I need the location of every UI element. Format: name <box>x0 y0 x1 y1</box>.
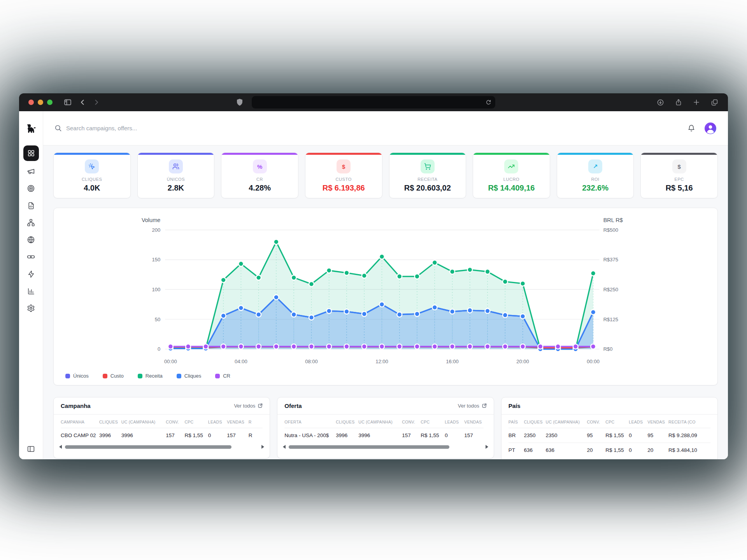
sidebar-item-reports[interactable] <box>23 284 39 298</box>
svg-text:R$125: R$125 <box>603 317 618 322</box>
kpi-label: RECEITA <box>389 177 466 182</box>
sidebar-item-offers[interactable] <box>23 182 39 195</box>
legend-label: Receita <box>146 373 163 379</box>
privacy-shield-icon[interactable] <box>237 98 243 108</box>
kpi-value: 4.28% <box>221 184 298 192</box>
kpi-card-lucro[interactable]: LUCROR$ 14.409,16 <box>473 152 550 198</box>
sidebar-item-automations[interactable] <box>23 267 39 281</box>
column-header: VENDAS <box>464 415 484 428</box>
collapse-sidebar-icon[interactable] <box>27 445 35 459</box>
sidebar-item-campaigns[interactable] <box>23 164 39 178</box>
legend-item-receita[interactable]: Receita <box>138 373 163 379</box>
table-scroll-area[interactable]: CAMPANHACLIQUESUC (CAMPANHA)CONV.CPCLEAD… <box>54 415 270 443</box>
table-row[interactable]: Nutra - USA - 200$39963996157R$ 1,550157 <box>284 428 484 443</box>
ver-todos-label: Ver todos <box>234 403 255 409</box>
horizontal-scrollbar[interactable] <box>277 443 493 449</box>
scroll-right-icon[interactable] <box>486 445 488 449</box>
column-header: UC (CAMPANHA) <box>121 415 166 428</box>
table-cell: R$ 1,55 <box>605 443 629 458</box>
app-root: CLIQUES4.0KÚNICOS2.8K%CR4.28%$CUSTOR$ 6.… <box>19 111 728 459</box>
tab-overview-icon[interactable] <box>711 99 718 106</box>
time-series-chart[interactable]: 0R$050R$125100R$250150R$375200R$500Volum… <box>54 213 717 371</box>
ver-todos-link[interactable]: Ver todos <box>458 403 487 409</box>
ver-todos-link[interactable]: Ver todos <box>234 403 263 409</box>
table-cell: CBO CAMP 02 <box>61 428 99 443</box>
zoom-window-button[interactable] <box>47 100 53 105</box>
scroll-right-icon[interactable] <box>261 445 264 449</box>
scrollbar-thumb[interactable] <box>65 445 231 449</box>
svg-text:12:00: 12:00 <box>375 359 388 364</box>
summary-tables-row: CampanhaVer todosCAMPANHACLIQUESUC (CAMP… <box>53 397 718 459</box>
kpi-value: R$ 6.193,86 <box>305 184 382 192</box>
close-window-button[interactable] <box>28 100 34 105</box>
scrollbar-track[interactable] <box>65 445 258 449</box>
legend-item-cr[interactable]: CR <box>215 373 230 379</box>
scroll-left-icon[interactable] <box>283 445 286 449</box>
horizontal-scrollbar[interactable] <box>54 443 270 449</box>
table-row[interactable]: BR2350235095R$ 1,55095R$ 9.288,09 <box>509 428 710 443</box>
address-bar[interactable] <box>252 96 495 108</box>
kpi-label: CLIQUES <box>54 177 130 182</box>
table-cell: 20 <box>587 443 605 458</box>
new-tab-icon[interactable] <box>693 99 700 105</box>
minimize-window-button[interactable] <box>38 100 43 105</box>
url-input[interactable] <box>256 100 486 105</box>
column-header: CPC <box>184 415 208 428</box>
global-search[interactable] <box>55 125 687 131</box>
kpi-label: LUCRO <box>473 177 550 182</box>
forward-icon[interactable] <box>94 99 99 105</box>
reload-icon[interactable] <box>486 100 491 105</box>
legend-item-únicos[interactable]: Únicos <box>65 373 89 379</box>
globe-icon <box>27 236 35 244</box>
user-avatar[interactable] <box>705 122 716 134</box>
legend-item-cliques[interactable]: Cliques <box>177 373 201 379</box>
sidebar-item-landers[interactable] <box>23 199 39 212</box>
sidebar-item-links[interactable] <box>23 250 39 264</box>
kpi-card-cliques[interactable]: CLIQUES4.0K <box>53 152 131 198</box>
kpi-row: CLIQUES4.0KÚNICOS2.8K%CR4.28%$CUSTOR$ 6.… <box>53 152 718 198</box>
kpi-card-custo[interactable]: $CUSTOR$ 6.193,86 <box>305 152 382 198</box>
svg-text:04:00: 04:00 <box>235 359 247 364</box>
share-icon[interactable] <box>675 99 682 106</box>
kpi-label: EPC <box>641 177 717 182</box>
kpi-accent-bar <box>473 153 550 155</box>
target-icon <box>27 184 35 192</box>
sidebar-item-settings[interactable] <box>23 301 39 315</box>
sidebar-item-dashboard[interactable] <box>23 145 39 161</box>
table-row[interactable]: PT63663620R$ 1,55020R$ 3.484,10 <box>509 443 710 458</box>
table-scroll-area[interactable]: PAÍSCLIQUESUC (CAMPANHA)CONV.CPCLEADSVEN… <box>502 415 717 457</box>
oferta-table: OFERTACLIQUESUC (CAMPANHA)CONV.CPCLEADSV… <box>284 415 484 443</box>
table-scroll-area[interactable]: OFERTACLIQUESUC (CAMPANHA)CONV.CPCLEADSV… <box>277 415 493 443</box>
kpi-accent-bar <box>641 153 717 155</box>
panel-campanha: CampanhaVer todosCAMPANHACLIQUESUC (CAMP… <box>53 397 270 458</box>
sidebar-item-domains[interactable] <box>23 233 39 247</box>
kpi-card-cr[interactable]: %CR4.28% <box>221 152 298 198</box>
table-cell: 157 <box>166 428 184 443</box>
sidebar-item-funnels[interactable] <box>23 216 39 229</box>
scrollbar-thumb[interactable] <box>289 445 449 449</box>
table-cell: BR <box>509 428 524 443</box>
dashboard-content: CLIQUES4.0KÚNICOS2.8K%CR4.28%$CUSTOR$ 6.… <box>43 145 728 459</box>
table-cell: 636 <box>524 443 546 458</box>
app-logo[interactable] <box>19 111 43 145</box>
sidebar-toggle-icon[interactable] <box>64 99 71 105</box>
notifications-bell-icon[interactable] <box>687 124 695 132</box>
legend-swatch-icon <box>103 374 107 378</box>
table-row[interactable]: CBO CAMP 0239963996157R$ 1,550157R <box>61 428 263 443</box>
legend-item-custo[interactable]: Custo <box>103 373 124 379</box>
kpi-value: R$ 20.603,02 <box>389 184 466 192</box>
scrollbar-track[interactable] <box>289 445 482 449</box>
scroll-left-icon[interactable] <box>59 445 62 449</box>
kpi-card-únicos[interactable]: ÚNICOS2.8K <box>137 152 215 198</box>
search-input[interactable] <box>66 125 253 131</box>
table-cell: 20 <box>647 443 668 458</box>
kpi-card-epc[interactable]: $EPCR$ 5,16 <box>640 152 718 198</box>
trending-up-icon <box>504 159 518 173</box>
kpi-card-receita[interactable]: RECEITAR$ 20.603,02 <box>389 152 466 198</box>
svg-text:00:00: 00:00 <box>164 359 177 364</box>
kpi-card-roi[interactable]: ↗ROI232.6% <box>557 152 634 198</box>
back-icon[interactable] <box>80 99 85 105</box>
megaphone-icon <box>27 167 35 175</box>
downloads-icon[interactable] <box>657 99 664 106</box>
table-cell: 157 <box>402 428 421 443</box>
